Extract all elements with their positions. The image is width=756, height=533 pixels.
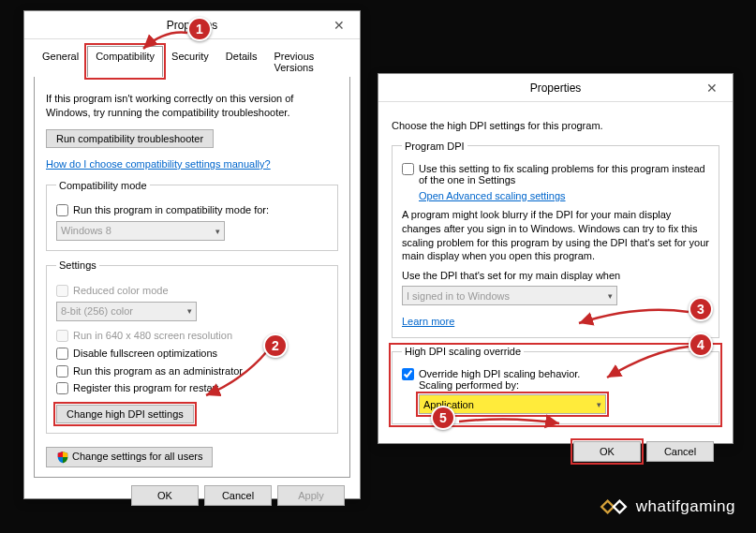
watermark-logo: whatifgaming — [599, 494, 735, 520]
compatibility-mode-group: Compatibility mode Run this program in c… — [46, 179, 338, 252]
dialog-button-row: OK Cancel — [392, 434, 719, 462]
ok-button[interactable]: OK — [131, 485, 199, 506]
run-admin-checkbox[interactable] — [56, 365, 68, 378]
tab-compatibility[interactable]: Compatibility — [87, 46, 163, 77]
annotation-badge-2: 2 — [263, 333, 288, 358]
annotation-badge-4: 4 — [689, 333, 713, 357]
run-admin-label: Run this program as an administrator — [73, 364, 243, 378]
run-troubleshooter-button[interactable]: Run compatibility troubleshooter — [46, 129, 214, 148]
register-restart-row[interactable]: Register this program for restart — [56, 381, 328, 395]
annotation-badge-3: 3 — [689, 297, 713, 321]
program-dpi-legend: Program DPI — [402, 141, 467, 152]
when-select[interactable]: I signed in to Windows ▾ — [402, 286, 617, 305]
disable-fullscreen-checkbox[interactable] — [56, 348, 68, 360]
compat-mode-label: Run this program in compatibility mode f… — [73, 203, 269, 217]
tab-strip: General Compatibility Security Details P… — [34, 45, 350, 77]
tab-previous-versions[interactable]: Previous Versions — [265, 46, 350, 77]
intro-text: If this program isn't working correctly … — [46, 92, 338, 120]
color-depth-select[interactable]: 8-bit (256) color ▾ — [56, 302, 197, 321]
apply-button[interactable]: Apply — [277, 485, 345, 506]
chevron-down-icon: ▾ — [608, 291, 613, 301]
change-high-dpi-button[interactable]: Change high DPI settings — [56, 405, 194, 423]
use-setting-row[interactable]: Use this setting to fix scaling problems… — [402, 163, 709, 185]
dialog-content: General Compatibility Security Details P… — [24, 39, 360, 515]
program-dpi-group: Program DPI Use this setting to fix scal… — [392, 141, 719, 338]
close-icon[interactable]: ✕ — [318, 11, 360, 39]
settings-legend: Settings — [56, 259, 99, 273]
chevron-down-icon: ▾ — [187, 305, 192, 317]
use-setting-label: Use this setting to fix scaling problems… — [419, 163, 709, 185]
run-admin-row[interactable]: Run this program as an administrator — [56, 364, 328, 378]
run-640-label: Run in 640 x 480 screen resolution — [73, 329, 232, 343]
override-checkbox[interactable] — [402, 368, 414, 380]
tab-general[interactable]: General — [34, 46, 87, 77]
tab-panel: If this program isn't working correctly … — [34, 77, 350, 478]
ok-button[interactable]: OK — [573, 441, 641, 462]
chevron-down-icon: ▾ — [215, 226, 220, 237]
close-icon[interactable]: ✕ — [690, 74, 733, 102]
tab-details[interactable]: Details — [217, 46, 266, 77]
override-checkbox-row[interactable]: Override high DPI scaling behavior. Scal… — [402, 368, 709, 391]
manual-settings-link[interactable]: How do I choose compatibility settings m… — [46, 158, 271, 170]
compat-mode-checkbox[interactable] — [56, 204, 68, 216]
logo-text: whatifgaming — [636, 497, 735, 516]
reduced-color-label: Reduced color mode — [73, 284, 169, 298]
cancel-button[interactable]: Cancel — [646, 441, 714, 462]
dialog-button-row: OK Cancel Apply — [34, 478, 350, 506]
settings-group: Settings Reduced color mode 8-bit (256) … — [46, 259, 338, 434]
chevron-down-icon: ▾ — [597, 400, 601, 409]
program-dpi-desc: A program might look blurry if the DPI f… — [402, 208, 709, 263]
annotation-badge-1: 1 — [187, 17, 212, 41]
intro-text: Choose the high DPI settings for this pr… — [392, 119, 719, 133]
shield-icon — [56, 451, 69, 464]
compat-mode-legend: Compatibility mode — [56, 179, 150, 193]
use-setting-checkbox[interactable] — [402, 163, 414, 175]
override-legend: High DPI scaling override — [402, 346, 524, 357]
register-restart-label: Register this program for restart — [73, 381, 218, 395]
annotation-badge-5: 5 — [431, 406, 455, 430]
change-all-users-button[interactable]: Change settings for all users — [46, 447, 213, 467]
cancel-button[interactable]: Cancel — [204, 485, 272, 506]
compat-mode-checkbox-row[interactable]: Run this program in compatibility mode f… — [56, 203, 328, 217]
use-dpi-label: Use the DPI that's set for my main displ… — [402, 269, 709, 283]
run-640-checkbox[interactable] — [56, 330, 68, 342]
high-dpi-dialog: Properties ✕ Choose the high DPI setting… — [378, 73, 734, 444]
override-label: Override high DPI scaling behavior. Scal… — [419, 368, 580, 391]
tab-security[interactable]: Security — [163, 46, 217, 77]
register-restart-checkbox[interactable] — [56, 382, 68, 394]
compat-mode-select[interactable]: Windows 8 ▾ — [56, 221, 225, 241]
reduced-color-checkbox[interactable] — [56, 285, 68, 297]
properties-dialog: Properties ✕ General Compatibility Secur… — [23, 10, 361, 499]
advanced-scaling-link[interactable]: Open Advanced scaling settings — [419, 190, 566, 201]
reduced-color-row[interactable]: Reduced color mode — [56, 284, 328, 298]
learn-more-link[interactable]: Learn more — [402, 316, 454, 327]
disable-fullscreen-label: Disable fullscreen optimizations — [73, 347, 217, 361]
logo-icon — [599, 494, 629, 520]
titlebar[interactable]: Properties ✕ — [378, 74, 733, 102]
dialog-title: Properties — [530, 81, 582, 95]
run-640-row[interactable]: Run in 640 x 480 screen resolution — [56, 329, 328, 343]
